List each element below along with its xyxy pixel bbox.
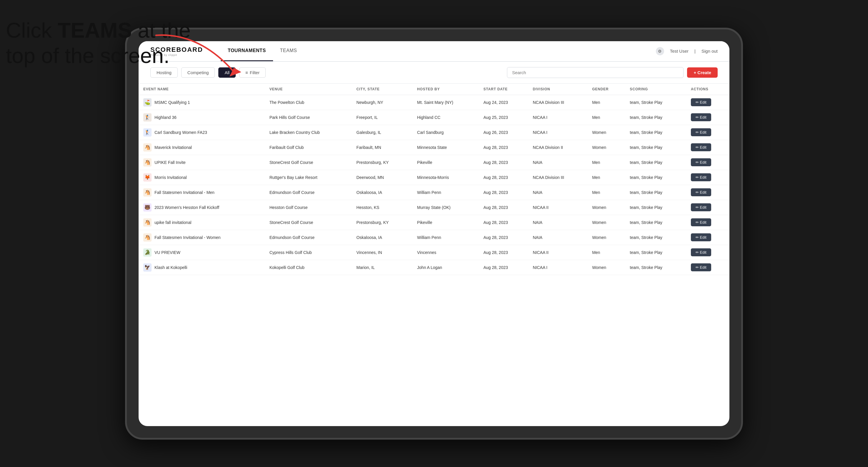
cell-city-11: Marion, IL bbox=[351, 260, 412, 275]
hosting-button[interactable]: Hosting bbox=[150, 67, 178, 78]
cell-date-5: Aug 28, 2023 bbox=[479, 170, 528, 185]
event-name-5: Morris Invitational bbox=[154, 175, 187, 180]
table-row: ⛳ MSMC Qualifying 1 The Powelton Club Ne… bbox=[138, 95, 730, 110]
cell-gender-4: Men bbox=[587, 155, 625, 170]
edit-button-9[interactable]: ✏ Edit bbox=[691, 234, 711, 241]
cell-hosted-11: John A Logan bbox=[412, 260, 479, 275]
cell-gender-11: Women bbox=[587, 260, 625, 275]
edit-button-5[interactable]: ✏ Edit bbox=[691, 173, 711, 181]
event-name-11: Klash at Kokopelli bbox=[154, 265, 187, 270]
cell-hosted-7: Murray State (OK) bbox=[412, 200, 479, 215]
cell-gender-2: Women bbox=[587, 125, 625, 140]
cell-division-11: NICAA I bbox=[528, 260, 588, 275]
cell-hosted-10: Vincennes bbox=[412, 245, 479, 260]
event-name-1: Highland 36 bbox=[154, 115, 177, 120]
cell-actions-4: ✏ Edit bbox=[686, 155, 730, 170]
filter-button[interactable]: ≡ Filter bbox=[239, 67, 266, 78]
cell-venue-5: Ruttger's Bay Lake Resort bbox=[265, 170, 352, 185]
cell-actions-9: ✏ Edit bbox=[686, 230, 730, 245]
table-row: 🐴 Maverick Invitational Faribault Golf C… bbox=[138, 140, 730, 155]
cell-hosted-8: Pikeville bbox=[412, 215, 479, 230]
cell-city-1: Freeport, IL bbox=[351, 110, 412, 125]
cell-scoring-7: team, Stroke Play bbox=[625, 200, 686, 215]
team-icon-1: 🏌 bbox=[143, 113, 152, 122]
cell-actions-8: ✏ Edit bbox=[686, 215, 730, 230]
edit-button-8[interactable]: ✏ Edit bbox=[691, 218, 711, 226]
filter-icon: ≡ bbox=[245, 70, 248, 75]
cell-date-10: Aug 28, 2023 bbox=[479, 245, 528, 260]
team-icon-5: 🦊 bbox=[143, 173, 152, 182]
col-start-date: START DATE bbox=[479, 84, 528, 95]
cell-division-10: NICAA II bbox=[528, 245, 588, 260]
team-icon-8: 🐴 bbox=[143, 218, 152, 226]
cell-gender-6: Men bbox=[587, 185, 625, 200]
cell-actions-3: ✏ Edit bbox=[686, 140, 730, 155]
cell-division-0: NCAA Division III bbox=[528, 95, 588, 110]
team-icon-0: ⛳ bbox=[143, 98, 152, 106]
event-name-0: MSMC Qualifying 1 bbox=[154, 100, 190, 105]
cell-date-9: Aug 28, 2023 bbox=[479, 230, 528, 245]
event-name-8: upike fall invitational bbox=[154, 220, 191, 225]
nav-tabs: TOURNAMENTS TEAMS bbox=[221, 41, 304, 61]
cell-hosted-1: Highland CC bbox=[412, 110, 479, 125]
tournaments-table: EVENT NAME VENUE CITY, STATE HOSTED BY S… bbox=[138, 84, 730, 275]
logo-sub: Powered by clippit bbox=[150, 54, 203, 57]
event-name-9: Fall Statesmen Invitational - Women bbox=[154, 235, 221, 240]
sign-out-link[interactable]: Sign out bbox=[702, 49, 718, 54]
event-name-10: VU PREVIEW bbox=[154, 250, 180, 255]
cell-division-7: NICAA II bbox=[528, 200, 588, 215]
event-name-3: Maverick Invitational bbox=[154, 145, 192, 150]
edit-button-0[interactable]: ✏ Edit bbox=[691, 98, 711, 106]
cell-scoring-4: team, Stroke Play bbox=[625, 155, 686, 170]
cell-city-9: Oskaloosa, IA bbox=[351, 230, 412, 245]
cell-venue-1: Park Hills Golf Course bbox=[265, 110, 352, 125]
tablet-frame: SCOREBOARD Powered by clippit TOURNAMENT… bbox=[125, 28, 743, 440]
col-scoring: SCORING bbox=[625, 84, 686, 95]
cell-venue-0: The Powelton Club bbox=[265, 95, 352, 110]
cell-venue-6: Edmundson Golf Course bbox=[265, 185, 352, 200]
cell-event-name-8: 🐴 upike fall invitational bbox=[138, 215, 265, 230]
cell-actions-10: ✏ Edit bbox=[686, 245, 730, 260]
cell-gender-9: Women bbox=[587, 230, 625, 245]
cell-event-name-7: 🐻 2023 Women's Hesston Fall Kickoff bbox=[138, 200, 265, 215]
table-row: 🦊 Morris Invitational Ruttger's Bay Lake… bbox=[138, 170, 730, 185]
competing-button[interactable]: Competing bbox=[181, 67, 215, 78]
edit-button-4[interactable]: ✏ Edit bbox=[691, 158, 711, 166]
create-button[interactable]: + Create bbox=[687, 67, 718, 78]
table-row: 🐊 VU PREVIEW Cypress Hills Golf Club Vin… bbox=[138, 245, 730, 260]
cell-date-6: Aug 28, 2023 bbox=[479, 185, 528, 200]
cell-city-8: Prestonsburg, KY bbox=[351, 215, 412, 230]
team-icon-10: 🐊 bbox=[143, 248, 152, 257]
edit-button-10[interactable]: ✏ Edit bbox=[691, 248, 711, 256]
cell-city-7: Hesston, KS bbox=[351, 200, 412, 215]
cell-actions-0: ✏ Edit bbox=[686, 95, 730, 110]
col-city-state: CITY, STATE bbox=[351, 84, 412, 95]
cell-scoring-1: team, Stroke Play bbox=[625, 110, 686, 125]
tab-teams[interactable]: TEAMS bbox=[273, 41, 304, 61]
nav-right: ⚙ Test User | Sign out bbox=[656, 47, 718, 55]
team-icon-2: 🏌 bbox=[143, 128, 152, 136]
cell-event-name-3: 🐴 Maverick Invitational bbox=[138, 140, 265, 155]
team-icon-9: 🐴 bbox=[143, 234, 152, 242]
cell-scoring-9: team, Stroke Play bbox=[625, 230, 686, 245]
tab-tournaments[interactable]: TOURNAMENTS bbox=[221, 41, 273, 61]
edit-button-6[interactable]: ✏ Edit bbox=[691, 188, 711, 196]
col-hosted-by: HOSTED BY bbox=[412, 84, 479, 95]
edit-button-11[interactable]: ✏ Edit bbox=[691, 263, 711, 271]
cell-division-4: NAIA bbox=[528, 155, 588, 170]
edit-button-2[interactable]: ✏ Edit bbox=[691, 128, 711, 136]
settings-icon[interactable]: ⚙ bbox=[656, 47, 664, 55]
cell-actions-1: ✏ Edit bbox=[686, 110, 730, 125]
all-button[interactable]: All bbox=[218, 67, 236, 78]
event-name-2: Carl Sandburg Women FA23 bbox=[154, 130, 207, 135]
edit-button-7[interactable]: ✏ Edit bbox=[691, 203, 711, 211]
edit-button-1[interactable]: ✏ Edit bbox=[691, 113, 711, 121]
edit-button-3[interactable]: ✏ Edit bbox=[691, 143, 711, 151]
cell-scoring-2: team, Stroke Play bbox=[625, 125, 686, 140]
team-icon-4: 🐴 bbox=[143, 158, 152, 166]
cell-hosted-6: William Penn bbox=[412, 185, 479, 200]
event-name-7: 2023 Women's Hesston Fall Kickoff bbox=[154, 205, 219, 210]
search-input[interactable] bbox=[507, 67, 683, 78]
col-gender: GENDER bbox=[587, 84, 625, 95]
col-event-name: EVENT NAME bbox=[138, 84, 265, 95]
